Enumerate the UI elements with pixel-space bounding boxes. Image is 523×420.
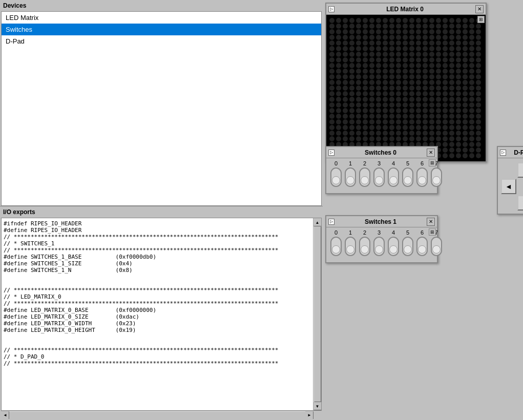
led-dot (443, 52, 448, 57)
device-item-dpad[interactable]: D-Pad (2, 35, 321, 47)
switches-1-title: Switches 1 (337, 218, 425, 225)
led-dot (336, 74, 341, 79)
led-dot (383, 125, 388, 130)
led-dot (369, 119, 374, 124)
switch-body-2[interactable] (359, 167, 370, 187)
switches-0-close-button[interactable]: ✕ (427, 149, 435, 157)
led-matrix-title-icon: ▷ (328, 6, 334, 12)
scroll-thumb[interactable] (314, 226, 321, 402)
led-dot (356, 29, 361, 34)
switch-body-5[interactable] (402, 167, 413, 187)
led-dot (456, 24, 461, 29)
led-dot (409, 35, 414, 40)
scroll-up-arrow[interactable]: ▲ (313, 218, 322, 226)
led-dot (443, 46, 448, 51)
led-dot (396, 74, 401, 79)
led-dot (356, 102, 361, 108)
led-dot (443, 40, 448, 46)
switches-0-expand-btn[interactable]: ⊞ (429, 159, 436, 166)
switch-body-4[interactable] (388, 237, 399, 256)
led-dot (336, 119, 341, 124)
dpad-up-button[interactable]: ▲ (517, 162, 523, 178)
io-exports-content[interactable]: #ifndef RIPES_IO_HEADER #define RIPES_IO… (2, 218, 313, 410)
led-dot (429, 108, 434, 113)
led-dot (436, 114, 441, 119)
led-dot (469, 153, 474, 158)
led-dot (416, 35, 421, 40)
led-dot (389, 136, 394, 141)
led-dot (396, 40, 401, 46)
switch-body-6[interactable] (416, 167, 428, 187)
led-dot (423, 35, 428, 40)
led-dot (389, 131, 394, 136)
led-dot (416, 24, 421, 29)
switch-body-3[interactable] (373, 167, 385, 187)
device-item-switches[interactable]: Switches (2, 24, 321, 35)
switch-body-3[interactable] (373, 237, 385, 256)
switch-col-2: 2 (359, 229, 370, 256)
led-dot (436, 102, 441, 108)
switch-body-4[interactable] (388, 167, 399, 187)
led-dot (449, 108, 454, 113)
switches-1-expand-btn[interactable]: ⊞ (429, 228, 436, 236)
led-dot (383, 63, 388, 68)
scroll-left-arrow[interactable]: ◄ (1, 411, 9, 419)
dpad-down-button[interactable]: ▼ (517, 195, 523, 211)
switches-0-window: ▷ Switches 0 ✕ ⊞ 01234567 (325, 146, 438, 194)
led-dot (336, 125, 341, 130)
led-dot (436, 57, 441, 62)
led-dot (396, 108, 401, 113)
led-dot (416, 97, 421, 102)
led-matrix-expand-btn[interactable]: ⊞ (477, 16, 485, 23)
led-dot (383, 52, 388, 57)
switch-body-1[interactable] (345, 237, 356, 256)
switch-body-1[interactable] (345, 167, 356, 187)
led-dot (409, 40, 414, 46)
led-dot (329, 91, 334, 96)
led-dot (443, 18, 448, 23)
switches-1-close-button[interactable]: ✕ (427, 218, 435, 226)
led-matrix-close-button[interactable]: ✕ (475, 5, 484, 13)
switch-body-0[interactable] (330, 237, 342, 256)
device-item-led-matrix[interactable]: LED Matrix (2, 12, 321, 24)
dpad-left-button[interactable]: ◄ (501, 179, 516, 194)
led-matrix-window: ▷ LED Matrix 0 ✕ ⊞ (325, 3, 487, 162)
scroll-right-arrow[interactable]: ► (305, 411, 313, 419)
led-dot (476, 114, 481, 119)
led-dot (363, 46, 368, 51)
switch-body-2[interactable] (359, 237, 370, 256)
switch-knob-4 (389, 245, 398, 254)
switch-body-5[interactable] (402, 237, 413, 256)
led-dot (463, 46, 468, 51)
led-dot (476, 91, 481, 96)
led-dot (356, 40, 361, 46)
switch-knob-6 (418, 245, 426, 254)
led-dot (449, 35, 454, 40)
led-dot (436, 46, 441, 51)
led-dot (409, 69, 414, 74)
led-dot (329, 40, 334, 46)
switch-label-3: 3 (378, 160, 381, 166)
led-dot (409, 125, 414, 130)
led-dot (383, 91, 388, 96)
led-dot (476, 74, 481, 79)
right-panel: ▷ LED Matrix 0 ✕ ⊞ ▷ Switches 0 ✕ ⊞ 0123… (323, 0, 523, 420)
switch-body-0[interactable] (330, 167, 342, 187)
scroll-down-arrow[interactable]: ▼ (313, 402, 322, 410)
switches-1-window: ▷ Switches 1 ✕ ⊞ 01234567 (325, 215, 438, 263)
switch-body-7[interactable] (431, 237, 442, 256)
switch-knob-4 (389, 176, 398, 184)
led-dot (429, 69, 434, 74)
switch-body-7[interactable] (431, 167, 442, 187)
led-dot (456, 40, 461, 46)
led-dot (423, 18, 428, 23)
led-dot (423, 24, 428, 29)
led-dot (449, 114, 454, 119)
led-dot (329, 102, 334, 108)
led-dot (369, 46, 374, 51)
led-dot (349, 125, 354, 130)
led-dot (463, 69, 468, 74)
switch-body-6[interactable] (416, 237, 428, 256)
led-dot (389, 119, 394, 124)
led-dot (443, 131, 448, 136)
